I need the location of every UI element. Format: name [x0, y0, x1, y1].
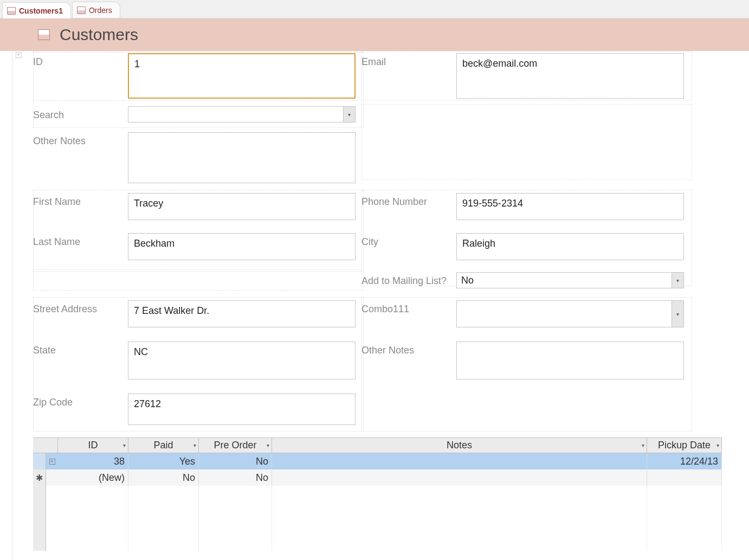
chevron-down-icon[interactable]: ▾: [343, 107, 355, 122]
cell-paid[interactable]: Yes: [128, 453, 199, 469]
field-phone[interactable]: 919-555-2314: [456, 193, 684, 220]
cell-id[interactable]: 38: [58, 453, 128, 469]
field-city[interactable]: Raleigh: [456, 233, 684, 260]
field-other-notes-right[interactable]: [456, 342, 684, 379]
subform-empty-row: [33, 502, 722, 518]
label-email: Email: [361, 53, 456, 68]
form-header: Customers: [0, 18, 749, 51]
label-street: Street Address: [33, 300, 128, 315]
subform-row[interactable]: + 38 Yes No 12/24/13: [33, 453, 722, 469]
chevron-down-icon[interactable]: ▾: [671, 301, 683, 327]
new-row-marker[interactable]: ✱: [33, 469, 46, 486]
orders-subform: ID▾ Paid▾ Pre Order▾ Notes▾ Pickup Date▾…: [33, 437, 722, 551]
field-state[interactable]: NC: [128, 342, 356, 379]
label-first-name: First Name: [33, 193, 128, 208]
cell-pickup[interactable]: 12/24/13: [647, 453, 722, 469]
form-icon: [77, 7, 86, 14]
field-other-notes[interactable]: [128, 132, 356, 183]
label-combo111: Combo111: [361, 300, 456, 315]
form-detail: ID 1 Search ▾ Other Notes First Name Tra…: [27, 51, 749, 560]
field-id[interactable]: 1: [128, 53, 356, 99]
field-first-name[interactable]: Tracey: [128, 193, 356, 220]
combo-mailing[interactable]: No ▾: [456, 272, 684, 288]
field-email[interactable]: beck@email.com: [456, 53, 684, 99]
subform-header: ID▾ Paid▾ Pre Order▾ Notes▾ Pickup Date▾: [33, 438, 722, 453]
chevron-down-icon[interactable]: ▾: [716, 442, 719, 448]
subform-empty-row: [33, 518, 722, 535]
form-icon: [38, 29, 50, 40]
field-street[interactable]: 7 East Walker Dr.: [128, 300, 356, 327]
tab-label: Orders: [89, 6, 112, 15]
subform-new-row[interactable]: ✱ (New) No No: [33, 469, 722, 486]
field-zip[interactable]: 27612: [128, 394, 356, 425]
cell-preorder[interactable]: No: [199, 469, 272, 486]
tab-label: Customers1: [19, 7, 63, 15]
row-selector[interactable]: [33, 453, 46, 469]
label-search: Search: [33, 106, 128, 121]
column-id[interactable]: ID▾: [58, 438, 128, 453]
subform-empty-row: [33, 535, 722, 551]
column-paid[interactable]: Paid▾: [128, 438, 199, 453]
label-last-name: Last Name: [33, 233, 128, 248]
combo-search[interactable]: ▾: [128, 106, 356, 123]
cell-notes[interactable]: [272, 469, 647, 486]
column-preorder[interactable]: Pre Order▾: [199, 438, 272, 453]
cell-pickup[interactable]: [647, 469, 722, 486]
label-id: ID: [33, 53, 128, 68]
label-state: State: [33, 342, 128, 356]
chevron-down-icon[interactable]: ▾: [193, 442, 196, 448]
subform-empty-row: [33, 486, 722, 502]
form-title: Customers: [60, 25, 138, 44]
label-other-notes-right: Other Notes: [361, 342, 456, 356]
chevron-down-icon[interactable]: ▾: [671, 273, 683, 288]
tab-bar: Customers1 Orders: [0, 0, 749, 18]
form-icon: [7, 7, 16, 15]
cell-paid[interactable]: No: [128, 469, 199, 486]
field-last-name[interactable]: Beckham: [128, 233, 356, 260]
combo-combo111[interactable]: ▾: [456, 300, 684, 327]
chevron-down-icon[interactable]: ▾: [267, 442, 269, 448]
chevron-down-icon[interactable]: ▾: [123, 442, 126, 448]
chevron-down-icon[interactable]: ▾: [642, 442, 644, 448]
record-selector-bar[interactable]: [0, 51, 12, 560]
cell-notes[interactable]: [272, 453, 647, 469]
cell-preorder[interactable]: No: [199, 453, 272, 469]
label-mailing: Add to Mailing List?: [361, 272, 456, 287]
tab-customers1[interactable]: Customers1: [2, 2, 71, 18]
label-zip: Zip Code: [33, 394, 128, 408]
column-notes[interactable]: Notes▾: [272, 438, 647, 453]
subform-selectall[interactable]: [33, 438, 58, 453]
cell-id[interactable]: (New): [58, 469, 128, 486]
tab-orders[interactable]: Orders: [72, 2, 120, 18]
column-pickup-date[interactable]: Pickup Date▾: [647, 438, 722, 453]
label-other-notes: Other Notes: [33, 132, 128, 147]
row-expander[interactable]: +: [46, 459, 58, 465]
label-phone: Phone Number: [361, 193, 456, 208]
expand-icon[interactable]: +: [16, 52, 22, 58]
label-city: City: [361, 233, 456, 248]
